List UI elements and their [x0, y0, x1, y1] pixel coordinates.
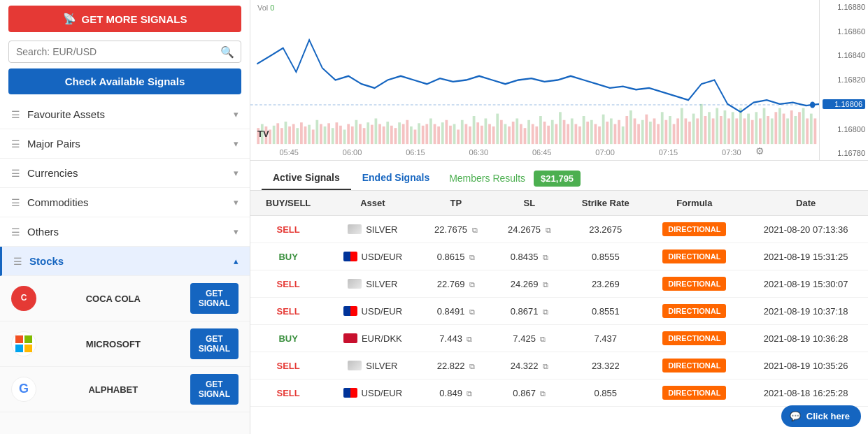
svg-rect-100	[622, 126, 625, 144]
svg-rect-137	[767, 116, 769, 144]
copy-icon[interactable]: ⧉	[543, 362, 548, 370]
coca-cola-get-signal-button[interactable]: GETSIGNAL	[190, 283, 239, 314]
svg-rect-140	[778, 108, 781, 145]
svg-rect-79	[539, 116, 542, 144]
svg-rect-73	[515, 118, 518, 144]
stock-name: ALPHABET	[43, 384, 183, 395]
svg-rect-65	[485, 118, 488, 144]
list-icon: ☰	[11, 226, 20, 238]
svg-rect-84	[559, 112, 562, 144]
svg-rect-85	[563, 120, 566, 144]
cell-asset: SILVER	[326, 216, 419, 243]
directional-button[interactable]: DIRECTIONAL	[662, 249, 726, 263]
directional-button[interactable]: DIRECTIONAL	[662, 386, 726, 400]
svg-point-151	[810, 101, 815, 108]
copy-icon[interactable]: ⧉	[546, 226, 551, 234]
copy-icon[interactable]: ⧉	[469, 253, 475, 261]
directional-button[interactable]: DIRECTIONAL	[662, 277, 726, 291]
svg-rect-20	[308, 125, 311, 144]
directional-button[interactable]: DIRECTIONAL	[662, 359, 726, 372]
copy-icon[interactable]: ⧉	[543, 308, 548, 316]
svg-rect-113	[673, 124, 676, 144]
cell-strike: 0.855	[566, 379, 645, 407]
price-level: 1.16860	[823, 27, 865, 36]
copy-icon[interactable]: ⧉	[467, 389, 472, 398]
list-item: C COCA COLA GETSIGNAL	[0, 276, 250, 321]
list-item: G ALPHABET GETSIGNAL	[0, 367, 250, 412]
svg-rect-119	[696, 118, 699, 144]
alphabet-get-signal-button[interactable]: GETSIGNAL	[190, 374, 239, 405]
copy-icon[interactable]: ⧉	[472, 226, 478, 234]
svg-rect-93	[595, 124, 597, 144]
search-input[interactable]	[8, 41, 241, 63]
svg-rect-3	[24, 335, 32, 343]
svg-rect-132	[747, 114, 750, 145]
svg-rect-88	[575, 124, 578, 144]
svg-rect-5	[24, 345, 32, 352]
price-level: 1.16820	[823, 75, 865, 84]
svg-rect-54	[441, 122, 444, 144]
price-level: 1.16780	[823, 149, 865, 157]
svg-rect-30	[347, 124, 350, 144]
chat-button[interactable]: 💬 Click here	[781, 405, 861, 427]
sidebar-item-currencies[interactable]: ☰ Currencies ▾	[0, 159, 250, 188]
cell-tp: 7.443 ⧉	[419, 325, 492, 352]
svg-rect-136	[763, 108, 766, 145]
copy-icon[interactable]: ⧉	[543, 253, 548, 261]
chevron-down-icon: ▾	[234, 197, 239, 208]
copy-icon[interactable]: ⧉	[540, 389, 546, 398]
chart-settings-icon[interactable]: ⚙	[755, 145, 764, 157]
time-label: 07:15	[659, 148, 678, 157]
svg-rect-56	[449, 126, 452, 144]
directional-button[interactable]: DIRECTIONAL	[662, 222, 726, 236]
get-more-signals-button[interactable]: 📡 GET MORE SIGNALS	[8, 6, 241, 32]
time-axis: 05:45 06:00 06:15 06:30 06:45 07:00 07:1…	[250, 148, 770, 157]
check-signals-button[interactable]: Check Available Signals	[8, 68, 241, 94]
price-level: 1.16800	[823, 125, 865, 133]
time-label: 05:45	[279, 148, 299, 157]
cell-strike: 23.269	[566, 270, 645, 298]
svg-rect-126	[724, 110, 727, 144]
directional-button[interactable]: DIRECTIONAL	[662, 331, 726, 345]
time-label: 06:00	[343, 148, 362, 157]
members-amount-badge: $21,795	[534, 171, 581, 187]
svg-rect-13	[280, 128, 283, 144]
tab-active-signals[interactable]: Active Signals	[262, 166, 351, 190]
svg-rect-125	[720, 116, 723, 144]
sidebar-item-favourite[interactable]: ☰ Favourite Assets ▾	[0, 100, 250, 129]
microsoft-get-signal-button[interactable]: GETSIGNAL	[190, 328, 239, 359]
cell-formula: DIRECTIONAL	[645, 379, 744, 407]
alphabet-logo: G	[11, 377, 36, 402]
stock-name: MICROSOFT	[43, 339, 183, 349]
silver-icon	[348, 279, 362, 289]
svg-rect-129	[735, 118, 738, 144]
col-header-date: Date	[744, 191, 868, 216]
cell-date: 2021-08-19 10:37:18	[744, 298, 868, 325]
tab-members-results[interactable]: Members Results	[441, 167, 534, 189]
sidebar-item-commodities[interactable]: ☰ Commodities ▾	[0, 188, 250, 217]
cell-asset: USD/EUR	[326, 298, 419, 325]
copy-icon[interactable]: ⧉	[469, 308, 475, 316]
cell-asset: EUR/DKK	[326, 325, 419, 352]
copy-icon[interactable]: ⧉	[467, 335, 472, 343]
copy-icon[interactable]: ⧉	[540, 335, 546, 343]
svg-rect-118	[692, 114, 695, 145]
sidebar-item-others[interactable]: ☰ Others ▾	[0, 217, 250, 247]
copy-icon[interactable]: ⧉	[469, 362, 475, 370]
directional-button[interactable]: DIRECTIONAL	[662, 304, 726, 318]
svg-rect-71	[508, 126, 511, 144]
svg-rect-67	[492, 126, 495, 144]
svg-rect-103	[634, 118, 636, 144]
sidebar-item-major[interactable]: ☰ Major Pairs ▾	[0, 129, 250, 159]
copy-icon[interactable]: ⧉	[543, 280, 548, 289]
copy-icon[interactable]: ⧉	[469, 280, 475, 289]
svg-rect-43	[398, 122, 401, 144]
svg-rect-37	[375, 118, 378, 144]
sidebar-item-stocks[interactable]: ☰ Stocks ▴	[0, 247, 250, 276]
tab-ended-signals[interactable]: Ended Signals	[351, 166, 441, 190]
search-icon: 🔍	[220, 45, 234, 59]
chevron-down-icon: ▾	[234, 138, 239, 149]
svg-rect-60	[465, 124, 468, 144]
cell-strike: 0.8551	[566, 298, 645, 325]
sidebar-item-label: Others	[27, 226, 59, 238]
